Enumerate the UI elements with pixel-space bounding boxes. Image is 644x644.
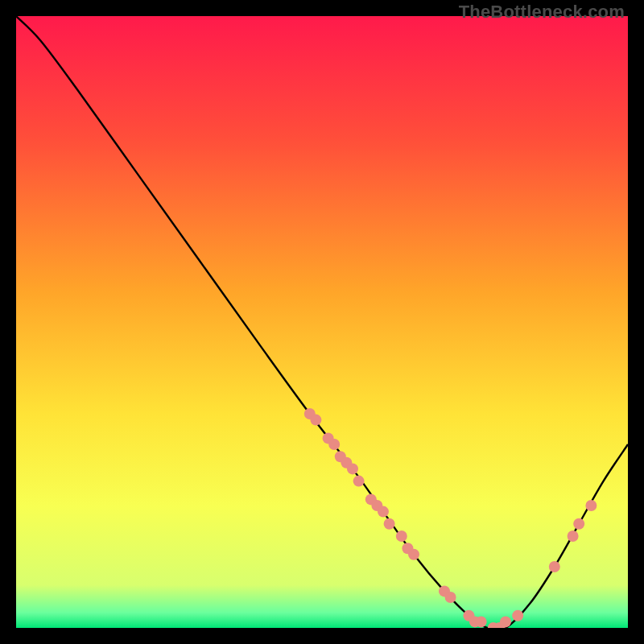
- highlight-dot: [585, 500, 597, 511]
- highlight-dot: [310, 415, 321, 426]
- highlight-dot: [500, 616, 511, 627]
- highlight-dot: [573, 518, 584, 530]
- chart-frame: [16, 16, 628, 628]
- highlight-dot: [378, 506, 389, 518]
- watermark-text: TheBottleneck.com: [459, 2, 625, 23]
- highlight-dot: [549, 561, 560, 572]
- highlight-dot: [328, 439, 340, 450]
- highlight-dot: [384, 518, 395, 530]
- chart-background: [16, 16, 628, 628]
- highlight-dot: [476, 616, 487, 627]
- highlight-dot: [353, 476, 365, 487]
- highlight-dot: [445, 592, 456, 603]
- highlight-dot: [408, 549, 419, 560]
- highlight-dot: [396, 530, 407, 542]
- highlight-dot: [347, 463, 358, 474]
- highlight-dot: [568, 530, 579, 542]
- bottleneck-chart: [16, 16, 628, 628]
- highlight-dot: [512, 610, 523, 621]
